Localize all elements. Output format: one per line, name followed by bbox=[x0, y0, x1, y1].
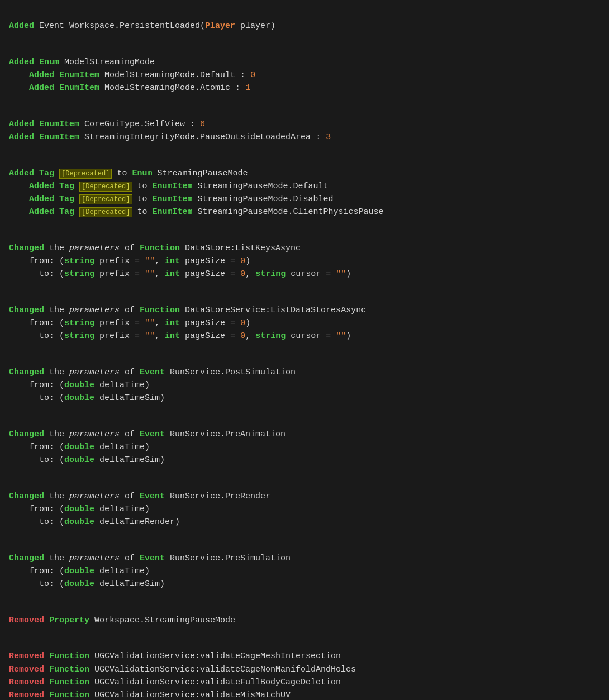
line-3: Added EnumItem ModelStreamingMode.Defaul… bbox=[9, 70, 255, 80]
line-31: Removed Function UGCValidationService:va… bbox=[9, 665, 356, 674]
line-12: from: (string prefix = "", int pageSize … bbox=[9, 256, 250, 266]
line-22: to: (double deltaTimeSim) bbox=[9, 455, 165, 465]
line-18: from: (double deltaTime) bbox=[9, 380, 150, 390]
code-content: Added Event Workspace.PersistentLoaded(P… bbox=[9, 7, 600, 700]
line-9: Added Tag [Deprecated] to EnumItem Strea… bbox=[9, 194, 334, 204]
line-25: to: (double deltaTimeRender) bbox=[9, 517, 180, 527]
line-13: to: (string prefix = "", int pageSize = … bbox=[9, 269, 351, 279]
line-14: Changed the parameters of Function DataS… bbox=[9, 306, 366, 315]
line-6: Added EnumItem StreamingIntegrityMode.Pa… bbox=[9, 132, 331, 142]
line-21: from: (double deltaTime) bbox=[9, 442, 150, 452]
line-30: Removed Function UGCValidationService:va… bbox=[9, 651, 341, 661]
line-11: Changed the parameters of Function DataS… bbox=[9, 244, 301, 253]
line-20: Changed the parameters of Event RunServi… bbox=[9, 430, 286, 439]
line-4: Added EnumItem ModelStreamingMode.Atomic… bbox=[9, 83, 250, 93]
line-26: Changed the parameters of Event RunServi… bbox=[9, 554, 291, 563]
line-17: Changed the parameters of Event RunServi… bbox=[9, 368, 296, 377]
line-16: to: (string prefix = "", int pageSize = … bbox=[9, 331, 351, 341]
line-10: Added Tag [Deprecated] to EnumItem Strea… bbox=[9, 207, 384, 217]
line-32: Removed Function UGCValidationService:va… bbox=[9, 678, 341, 687]
line-8: Added Tag [Deprecated] to EnumItem Strea… bbox=[9, 182, 329, 191]
line-33: Removed Function UGCValidationService:va… bbox=[9, 691, 291, 700]
line-2: Added Enum ModelStreamingMode bbox=[9, 58, 155, 67]
line-19: to: (double deltaTimeSim) bbox=[9, 393, 165, 403]
line-5: Added EnumItem CoreGuiType.SelfView : 6 bbox=[9, 120, 205, 129]
line-15: from: (string prefix = "", int pageSize … bbox=[9, 318, 250, 328]
line-24: from: (double deltaTime) bbox=[9, 504, 150, 514]
line-23: Changed the parameters of Event RunServi… bbox=[9, 492, 270, 501]
line-27: from: (double deltaTime) bbox=[9, 566, 150, 576]
line-1: Added Event Workspace.PersistentLoaded(P… bbox=[9, 21, 275, 31]
line-7: Added Tag [Deprecated] to Enum Streaming… bbox=[9, 169, 248, 178]
line-29: Removed Property Workspace.StreamingPaus… bbox=[9, 616, 235, 625]
line-28: to: (double deltaTimeSim) bbox=[9, 579, 165, 589]
